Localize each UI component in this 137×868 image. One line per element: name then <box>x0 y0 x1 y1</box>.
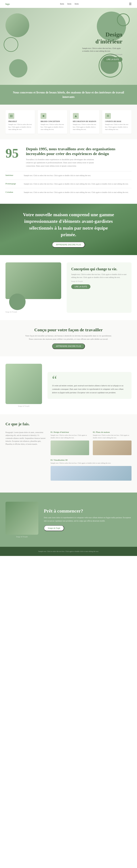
card-1-title: BRAND CONCEPTION <box>41 120 64 122</box>
card-0-text: Sample text. Click to select the text bo… <box>8 123 32 131</box>
stats-section: 95 Depuis 1995, nous travaillons avec de… <box>0 139 137 204</box>
hero-circle-plant-bottom <box>9 59 28 78</box>
hero-circle-plant-left <box>5 13 29 37</box>
svg-rect-8 <box>107 115 109 115</box>
service-0-image <box>51 440 89 455</box>
svg-rect-1 <box>11 115 12 116</box>
quote-section: Image de Freepik “ Ut enim ad minim veni… <box>0 356 137 414</box>
design-change-text-area: Conception qui change ta vie. Sample tex… <box>67 262 132 313</box>
stats-title: Depuis 1995, nous travaillons avec des o… <box>26 147 132 156</box>
services-section: Ce que je fais. Paragraph. Lorem ipsum d… <box>0 414 137 493</box>
ready-content: Prêt à commencer? Duis aute irure dolor … <box>44 508 132 531</box>
cards-container: PROJEKT Sample text. Click to select the… <box>5 110 132 134</box>
stat-row-0-text: Sample text. Click to select the text bo… <box>24 174 91 177</box>
quote-mark: “ <box>52 377 127 382</box>
service-0-text: Sample text. Click to select the text bo… <box>51 434 89 439</box>
work-style-section: Conçu pour votre façon de travailler Vot… <box>0 320 137 356</box>
tagline-text: Nous concevons et livrons de beaux hôtel… <box>7 90 130 99</box>
services-grid: 01. Design d'intérieur Sample text. Clic… <box>51 431 132 480</box>
design-change-circle <box>9 293 26 310</box>
card-2-icon <box>73 113 79 119</box>
stats-number: 95 <box>5 147 18 160</box>
navigation: logo Item Item Item ☰ <box>0 0 137 8</box>
footer: Sample text. Click to select the text bo… <box>0 547 137 556</box>
svg-rect-7 <box>107 116 109 117</box>
service-1-image <box>93 440 132 455</box>
hero-image-label: Image de Freepik <box>82 54 122 55</box>
svg-point-4 <box>43 115 44 117</box>
ready-title: Prêt à commencer? <box>44 508 132 514</box>
footer-text: Sample text. Click to select the text bo… <box>5 551 132 552</box>
hero-plant-image <box>5 13 29 37</box>
ready-image <box>5 502 38 535</box>
quote-image <box>5 364 42 404</box>
design-change-image-label: Image de Freepik <box>5 311 61 313</box>
ready-text: Duis aute irure dolor in reprehenderit i… <box>44 516 132 522</box>
service-0: 01. Design d'intérieur Sample text. Clic… <box>51 431 89 455</box>
design-change-section: Image de Freepik Conception qui change t… <box>0 255 137 320</box>
promo-learn-more-button[interactable]: APPRENDRE ENCORE PLUS <box>52 242 85 248</box>
promo-content: Votre nouvelle maison comprend une gamme… <box>12 206 125 253</box>
work-style-btn[interactable]: APPRENDRE ENCORE PLUS <box>52 343 85 349</box>
work-style-text: Votre façon de travailler au bureau a de… <box>25 334 112 341</box>
services-intro-text: Paragraph. Lorem ipsum dolor sit amet, c… <box>5 431 46 446</box>
card-0: PROJEKT Sample text. Click to select the… <box>5 110 35 134</box>
hero-description: Sample text. Click to select the text bo… <box>82 47 122 53</box>
stats-rows: Intérieur Sample text. Click to select t… <box>5 171 132 196</box>
svg-rect-6 <box>107 116 109 116</box>
cards-section: PROJEKT Sample text. Click to select the… <box>0 105 137 139</box>
svg-rect-3 <box>11 116 12 117</box>
card-3-title: 5 POINTS DE BASE <box>105 120 129 122</box>
card-3-text: Sample text. Click to select the text bo… <box>105 123 129 131</box>
card-2-title: DÉCORATION DE MAISON <box>73 120 96 122</box>
nav-item-1[interactable]: Item <box>60 3 64 5</box>
card-3-icon <box>105 113 111 119</box>
card-1-text: Sample text. Click to select the text bo… <box>41 123 64 131</box>
hamburger-icon[interactable]: ☰ <box>129 2 132 6</box>
card-1: BRAND CONCEPTION Sample text. Click to s… <box>38 110 67 134</box>
design-change-desc-label: Image de Freepik <box>71 280 127 282</box>
promo-banner-section: Votre nouvelle maison comprend une gamme… <box>0 204 137 255</box>
services-layout: Paragraph. Lorem ipsum dolor sit amet, c… <box>5 431 132 480</box>
svg-rect-0 <box>10 115 11 116</box>
service-2: 03. Visualisation 3D Sample text. Click … <box>51 459 132 480</box>
card-2-text: Sample text. Click to select the text bo… <box>73 123 96 131</box>
card-2: DÉCORATION DE MAISON Sample text. Click … <box>70 110 99 134</box>
quote-text: Ut enim ad minim veniam, quis nostrud ex… <box>52 384 127 394</box>
service-2-num: 03. Visualisation 3D <box>51 459 132 461</box>
logo[interactable]: logo <box>5 3 10 5</box>
hero-read-more-button[interactable]: LIRE LA SUITE <box>103 57 122 62</box>
design-change-title: Conception qui change ta vie. <box>71 267 127 271</box>
design-change-btn[interactable]: LIRE LA SUITE <box>71 284 90 289</box>
promo-title: Votre nouvelle maison comprend une gamme… <box>23 212 114 238</box>
service-2-text: Sample text. Click to select the text bo… <box>51 462 132 465</box>
service-2-image <box>51 466 132 480</box>
card-3: 5 POINTS DE BASE Sample text. Click to s… <box>102 110 132 134</box>
ready-btn[interactable]: Image de Svgé <box>44 525 64 531</box>
design-change-main-image <box>5 262 61 299</box>
svg-rect-2 <box>10 116 11 117</box>
stat-row-2-text: Sample text. Click to select the text bo… <box>24 191 128 194</box>
service-0-num: 01. Design d'intérieur <box>51 431 89 433</box>
hero-circle-outline-left <box>4 37 18 52</box>
stat-row-1-text: Sample text. Click to select the text bo… <box>24 183 128 185</box>
service-1-text: Sample text. Click to select the text bo… <box>93 434 132 439</box>
nav-item-3[interactable]: Item <box>75 3 79 5</box>
stat-row-1-label: Prototypage <box>5 183 24 185</box>
svg-marker-5 <box>75 115 77 117</box>
quote-image-container: Image de Freepik <box>5 364 42 407</box>
design-change-image-area: Image de Freepik <box>5 262 61 313</box>
work-style-title: Conçu pour votre façon de travailler <box>5 328 132 332</box>
stat-row-0: Intérieur Sample text. Click to select t… <box>5 171 132 180</box>
hero-content: Designd'intérieur Sample text. Click to … <box>82 31 122 62</box>
stats-description: Travaillez à la frontière entre expérien… <box>26 158 99 168</box>
stat-row-2: Création Sample text. Click to select th… <box>5 188 132 196</box>
nav-menu: Item Item Item <box>60 3 79 5</box>
nav-item-2[interactable]: Item <box>67 3 72 5</box>
ready-image-label: Image de Freepik <box>5 536 38 538</box>
hero-title: Designd'intérieur <box>82 31 122 45</box>
ready-inner: Image de Freepik Prêt à commencer? Duis … <box>5 502 132 538</box>
tagline-section: Nous concevons et livrons de beaux hôtel… <box>0 85 137 105</box>
services-intro-area: Paragraph. Lorem ipsum dolor sit amet, c… <box>5 431 46 480</box>
stat-row-2-label: Création <box>5 191 24 194</box>
